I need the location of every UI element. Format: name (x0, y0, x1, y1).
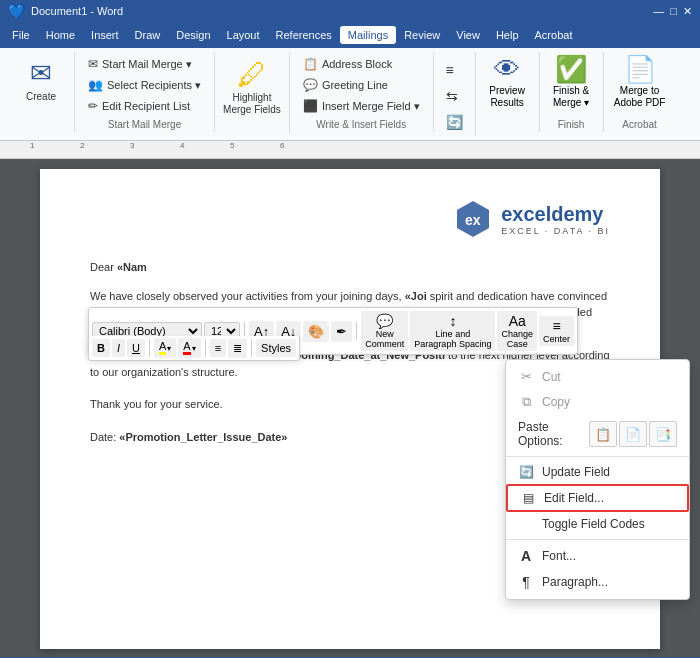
close-btn[interactable]: ✕ (683, 5, 692, 18)
preview-results-btn[interactable]: 👁 PreviewResults (489, 54, 525, 130)
menu-view[interactable]: View (448, 26, 488, 44)
ctx-paragraph[interactable]: ¶ Paragraph... (506, 569, 689, 595)
ribbon-group-extra: ≡ ⇆ 🔄 (434, 52, 476, 136)
edit-recipient-icon: ✏ (88, 99, 98, 113)
match-fields-btn[interactable]: ⇆ (442, 84, 467, 108)
ruler: 1 2 3 4 5 6 (0, 141, 700, 159)
logo-brand-sub: EXCEL · DATA · BI (501, 226, 610, 236)
ribbon-group-finish: ✅ Finish &Merge ▾ Finish (540, 52, 604, 132)
paste-merge-format-icon: 📄 (625, 427, 641, 442)
ribbon-group-start-mail-merge: ✉ Start Mail Merge ▾ 👥 Select Recipients… (75, 52, 215, 132)
menu-references[interactable]: References (268, 26, 340, 44)
text-effects-btn[interactable]: ✒ (331, 321, 352, 342)
menu-help[interactable]: Help (488, 26, 527, 44)
line-spacing-btn[interactable]: ↕ Line andParagraph Spacing (410, 311, 495, 351)
row2-separator-2 (205, 339, 206, 357)
insert-merge-field-btn[interactable]: ⬛ Insert Merge Field ▾ (298, 96, 425, 116)
font-color-btn[interactable]: A ▾ (178, 338, 200, 358)
paste-text-only-btn[interactable]: 📑 (649, 421, 677, 447)
menu-draw[interactable]: Draw (127, 26, 169, 44)
svg-text:ex: ex (465, 212, 481, 228)
menu-acrobat[interactable]: Acrobat (527, 26, 581, 44)
select-recipients-btn[interactable]: 👥 Select Recipients ▾ (83, 75, 206, 95)
ribbon-group-write-insert: 📋 Address Block 💬 Greeting Line ⬛ Insert… (290, 52, 434, 132)
window-controls[interactable]: — □ ✕ (653, 5, 692, 18)
ruler-tick-3: 3 (130, 141, 134, 150)
ruler-tick-2: 2 (80, 141, 84, 150)
font-color-picker-btn[interactable]: 🎨 (303, 321, 329, 342)
cut-icon: ✂ (518, 369, 534, 384)
minimize-btn[interactable]: — (653, 5, 664, 18)
change-case-icon: Aa (509, 313, 526, 329)
greeting-line-btn[interactable]: 💬 Greeting Line (298, 75, 425, 95)
finish-merge-label: Finish &Merge ▾ (553, 85, 589, 109)
paste-keep-source-icon: 📋 (595, 427, 611, 442)
edit-recipient-label: Edit Recipient List (102, 100, 190, 112)
edit-recipient-list-btn[interactable]: ✏ Edit Recipient List (83, 96, 206, 116)
logo-brand-text: exceldemy (501, 203, 610, 226)
create-button[interactable]: ✉ Create (16, 54, 66, 106)
ctx-copy-label: Copy (542, 395, 570, 409)
menu-design[interactable]: Design (168, 26, 218, 44)
copy-icon: ⧉ (518, 394, 534, 410)
dear-line: Dear «Nam (90, 259, 610, 276)
rules-btn[interactable]: ≡ (442, 58, 467, 82)
highlight-icon: 🖊 (237, 58, 267, 92)
ctx-cut[interactable]: ✂ Cut (506, 364, 689, 389)
font-color-dropdown-icon: ▾ (192, 344, 196, 353)
dear-text: Dear (90, 261, 117, 273)
start-mail-merge-btn[interactable]: ✉ Start Mail Merge ▾ (83, 54, 206, 74)
ctx-update-field[interactable]: 🔄 Update Field (506, 460, 689, 484)
logo-area: ex exceldemy EXCEL · DATA · BI (90, 199, 610, 239)
ctx-edit-field-label: Edit Field... (544, 491, 604, 505)
date-label: Date: (90, 431, 119, 443)
maximize-btn[interactable]: □ (670, 5, 677, 18)
menu-review[interactable]: Review (396, 26, 448, 44)
ruler-tick-1: 1 (30, 141, 34, 150)
match-fields-icon: ⇆ (446, 88, 458, 104)
menu-file[interactable]: File (4, 26, 38, 44)
preview-results-icon: 👁 (494, 54, 520, 85)
address-block-icon: 📋 (303, 57, 318, 71)
ctx-font[interactable]: A Font... (506, 543, 689, 569)
preview-results-label: PreviewResults (489, 85, 525, 109)
highlight-label: HighlightMerge Fields (223, 92, 281, 116)
styles-btn[interactable]: Styles (256, 339, 296, 357)
ctx-edit-field[interactable]: ▤ Edit Field... (506, 484, 689, 512)
bullet-list-btn[interactable]: ≡ (210, 339, 226, 357)
paste-keep-source-btn[interactable]: 📋 (589, 421, 617, 447)
bold-btn[interactable]: B (92, 339, 110, 357)
text-effects-icon: ✒ (336, 324, 347, 339)
underline-btn[interactable]: U (127, 339, 145, 357)
ctx-copy[interactable]: ⧉ Copy (506, 389, 689, 415)
acrobat-group-label: Acrobat (622, 119, 656, 130)
menu-insert[interactable]: Insert (83, 26, 127, 44)
paste-text-only-icon: 📑 (655, 427, 671, 442)
paragraph-icon: ¶ (518, 574, 534, 590)
app-icon: 💙 (8, 3, 25, 19)
new-comment-btn[interactable]: 💬 NewComment (361, 311, 408, 351)
menu-mailings[interactable]: Mailings (340, 26, 396, 44)
center-btn[interactable]: ≡ Center (539, 316, 574, 346)
highlight-btn[interactable]: 🖊 HighlightMerge Fields (223, 54, 281, 132)
change-case-btn[interactable]: Aa ChangeCase (497, 311, 537, 351)
italic-btn[interactable]: I (112, 339, 125, 357)
paste-merge-format-btn[interactable]: 📄 (619, 421, 647, 447)
floating-toolbar-row2: B I U A ▾ A ▾ ≡ ≣ Styles (88, 336, 300, 361)
menu-bar: File Home Insert Draw Design Layout Refe… (0, 22, 700, 48)
highlight-btn-toolbar[interactable]: A ▾ (154, 338, 176, 358)
styles-label: Styles (261, 342, 291, 354)
rules-icon: ≡ (446, 62, 454, 78)
numbered-list-btn[interactable]: ≣ (228, 339, 247, 358)
update-labels-btn[interactable]: 🔄 (442, 110, 467, 134)
menu-home[interactable]: Home (38, 26, 83, 44)
create-icon: ✉ (30, 58, 52, 89)
insert-merge-field-icon: ⬛ (303, 99, 318, 113)
address-block-btn[interactable]: 📋 Address Block (298, 54, 425, 74)
doc-area: Calibri (Body) 12 A↑ A↓ 🎨 ✒ 💬 NewComment… (0, 159, 700, 657)
menu-layout[interactable]: Layout (219, 26, 268, 44)
start-mail-merge-col: ✉ Start Mail Merge ▾ 👥 Select Recipients… (83, 54, 206, 116)
date-merge-field: «Promotion_Letter_Issue_Date» (119, 431, 287, 443)
ctx-toggle-field-codes[interactable]: Toggle Field Codes (506, 512, 689, 536)
ctx-toggle-field-codes-label: Toggle Field Codes (542, 517, 645, 531)
